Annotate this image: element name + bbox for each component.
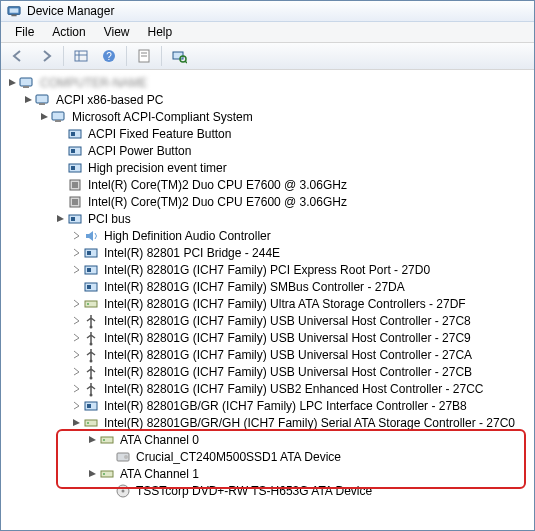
tree-item[interactable]: Microsoft ACPI-Compliant System (5, 108, 532, 125)
svg-rect-17 (39, 103, 45, 105)
expand-icon[interactable] (69, 399, 83, 413)
svg-text:?: ? (106, 51, 112, 62)
collapse-icon[interactable] (53, 212, 67, 226)
system-device-icon (67, 160, 83, 176)
svg-rect-11 (173, 52, 183, 59)
tree-item[interactable]: Intel(R) 82801G (ICH7 Family) USB Univer… (5, 312, 532, 329)
menu-help[interactable]: Help (140, 23, 181, 41)
tree-root[interactable]: COMPUTER-NAME (5, 74, 532, 91)
svg-point-50 (103, 439, 105, 441)
tree-item-crucial[interactable]: Crucial_CT240M500SSD1 ATA Device (5, 448, 532, 465)
tree-item[interactable]: Intel(R) 82801G (ICH7 Family) USB Univer… (5, 346, 532, 363)
properties-button[interactable] (131, 44, 157, 68)
menubar: File Action View Help (1, 22, 534, 43)
system-device-icon (67, 211, 83, 227)
item-label: Intel(R) Core(TM)2 Duo CPU E7600 @ 3.06G… (86, 177, 349, 193)
toolbar: ? (1, 43, 534, 70)
tree-item[interactable]: Intel(R) 82801GB/GR (ICH7 Family) LPC In… (5, 397, 532, 414)
forward-button[interactable] (33, 44, 59, 68)
disk-icon (115, 449, 131, 465)
expand-icon[interactable] (69, 263, 83, 277)
svg-rect-49 (101, 437, 113, 443)
expand-icon[interactable] (69, 314, 83, 328)
tree-item[interactable]: Intel(R) 82801G (ICH7 Family) USB Univer… (5, 329, 532, 346)
item-label: ACPI Power Button (86, 143, 193, 159)
tree-item[interactable]: Intel(R) Core(TM)2 Duo CPU E7600 @ 3.06G… (5, 176, 532, 193)
svg-rect-19 (55, 120, 61, 122)
item-label: Intel(R) 82801GB/GR/GH (ICH7 Family) Ser… (102, 415, 517, 431)
tree-item[interactable]: ACPI Power Button (5, 142, 532, 159)
svg-rect-25 (71, 166, 75, 170)
usb-icon (83, 330, 99, 346)
svg-point-42 (90, 359, 93, 362)
storage-controller-icon (83, 415, 99, 431)
expand-icon[interactable] (69, 348, 83, 362)
tree-item[interactable]: Intel(R) 82801G (ICH7 Family) PCI Expres… (5, 261, 532, 278)
tree-item[interactable]: Intel(R) 82801G (ICH7 Family) USB Univer… (5, 363, 532, 380)
collapse-icon[interactable] (69, 416, 83, 430)
expand-icon[interactable] (69, 365, 83, 379)
back-button[interactable] (5, 44, 31, 68)
tree-item-sata[interactable]: Intel(R) 82801GB/GR/GH (ICH7 Family) Ser… (5, 414, 532, 431)
menu-view[interactable]: View (96, 23, 138, 41)
tree-item[interactable]: ATA Channel 1 (5, 465, 532, 482)
computer-icon (35, 92, 51, 108)
item-label: ACPI x86-based PC (54, 92, 165, 108)
svg-rect-23 (71, 149, 75, 153)
menu-file[interactable]: File (7, 23, 42, 41)
tree-item[interactable]: PCI bus (5, 210, 532, 227)
svg-rect-33 (87, 251, 91, 255)
tree-item[interactable]: TSSTcorp DVD+-RW TS-H653G ATA Device (5, 482, 532, 499)
svg-rect-18 (52, 112, 64, 120)
expand-icon[interactable] (69, 246, 83, 260)
menu-action[interactable]: Action (44, 23, 93, 41)
item-label: Intel(R) 82801 PCI Bridge - 244E (102, 245, 282, 261)
collapse-icon[interactable] (21, 93, 35, 107)
svg-point-43 (90, 376, 93, 379)
show-hidden-button[interactable] (68, 44, 94, 68)
svg-rect-14 (20, 78, 32, 86)
tree-item[interactable]: ACPI Fixed Feature Button (5, 125, 532, 142)
collapse-icon[interactable] (85, 467, 99, 481)
svg-rect-37 (87, 285, 91, 289)
tree-item[interactable]: Intel(R) 82801G (ICH7 Family) Ultra ATA … (5, 295, 532, 312)
expand-icon[interactable] (69, 297, 83, 311)
expand-icon[interactable] (69, 331, 83, 345)
svg-line-13 (185, 61, 187, 63)
tree-item[interactable]: Intel(R) 82801G (ICH7 Family) SMBus Cont… (5, 278, 532, 295)
collapse-icon[interactable] (85, 433, 99, 447)
audio-icon (83, 228, 99, 244)
titlebar: Device Manager (1, 1, 534, 22)
svg-point-39 (87, 303, 89, 305)
separator (126, 46, 127, 66)
svg-rect-16 (36, 95, 48, 103)
svg-rect-47 (85, 420, 97, 426)
window-title: Device Manager (27, 4, 114, 18)
tree-item[interactable]: Intel(R) 82801 PCI Bridge - 244E (5, 244, 532, 261)
tree-item[interactable]: High Definition Audio Controller (5, 227, 532, 244)
svg-rect-27 (72, 182, 78, 188)
svg-rect-31 (71, 217, 75, 221)
svg-point-41 (90, 342, 93, 345)
scan-button[interactable] (166, 44, 192, 68)
collapse-icon[interactable] (5, 76, 19, 90)
tree-item[interactable]: ACPI x86-based PC (5, 91, 532, 108)
usb-icon (83, 381, 99, 397)
system-device-icon (67, 143, 83, 159)
tree-item-ata0[interactable]: ATA Channel 0 (5, 431, 532, 448)
collapse-icon[interactable] (37, 110, 51, 124)
svg-rect-1 (10, 8, 19, 12)
svg-point-40 (90, 325, 93, 328)
expand-icon[interactable] (69, 382, 83, 396)
item-label: High precision event timer (86, 160, 229, 176)
app-icon (7, 4, 21, 18)
svg-point-44 (90, 393, 93, 396)
tree-item[interactable]: Intel(R) Core(TM)2 Duo CPU E7600 @ 3.06G… (5, 193, 532, 210)
expand-icon[interactable] (69, 229, 83, 243)
tree-item[interactable]: Intel(R) 82801G (ICH7 Family) USB2 Enhan… (5, 380, 532, 397)
usb-icon (83, 313, 99, 329)
tree-item[interactable]: High precision event timer (5, 159, 532, 176)
help-button[interactable]: ? (96, 44, 122, 68)
svg-point-56 (122, 489, 125, 492)
item-label: Crucial_CT240M500SSD1 ATA Device (134, 449, 343, 465)
